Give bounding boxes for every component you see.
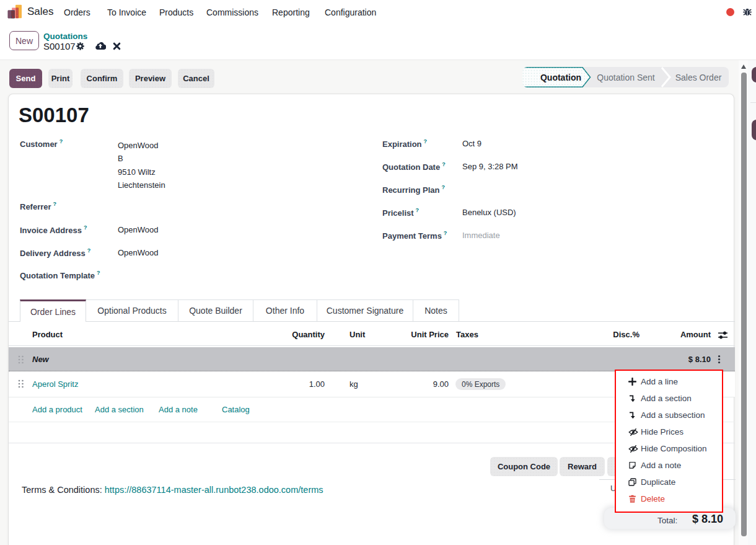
svg-text:Quotation Sent: Quotation Sent [597, 73, 655, 82]
svg-text:Sales Order: Sales Order [675, 73, 722, 82]
svg-text:Quotation: Quotation [540, 73, 581, 82]
